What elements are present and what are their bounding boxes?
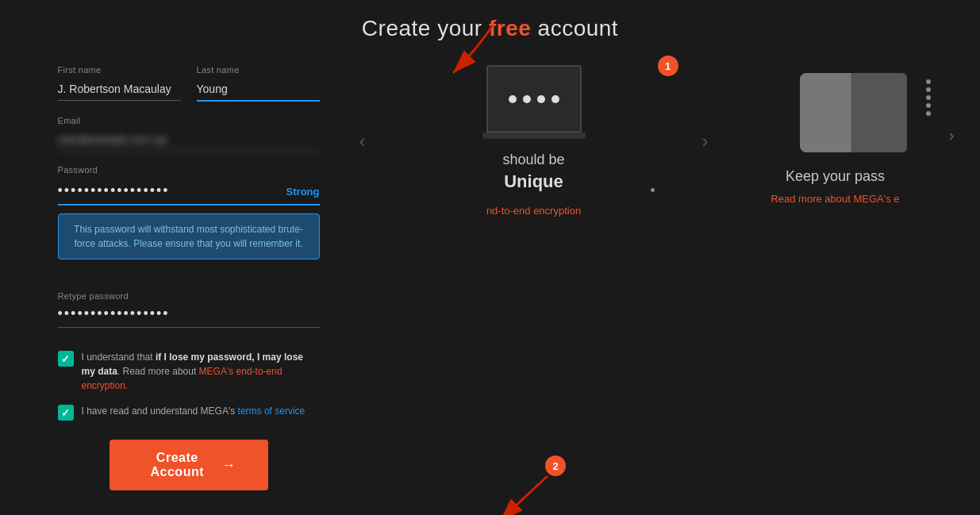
password-tip: This password will withstand most sophis… bbox=[58, 213, 320, 259]
carousel-link[interactable]: nd-to-end encryption bbox=[486, 205, 581, 217]
carousel-section: ‹ 1 bbox=[344, 65, 724, 217]
title-post: account bbox=[531, 16, 618, 40]
safe-dots bbox=[926, 79, 931, 116]
email-value[interactable]: user@example.com.xyz bbox=[58, 130, 320, 151]
retype-input[interactable] bbox=[58, 302, 320, 328]
pwd-dot-4 bbox=[551, 95, 559, 103]
last-name-group: Last name bbox=[197, 65, 320, 102]
retype-section: Retype password bbox=[58, 288, 320, 328]
strength-label: Strong bbox=[286, 186, 320, 198]
right-title: Keep your pass bbox=[786, 168, 885, 185]
carousel-main-text: Unique bbox=[504, 171, 563, 192]
checkbox-row-1: I understand that if I lose my password,… bbox=[58, 350, 320, 393]
checkbox-2[interactable] bbox=[58, 405, 74, 421]
retype-label: Retype password bbox=[58, 291, 129, 301]
name-row: First name Last name bbox=[58, 65, 320, 102]
decoration-dot bbox=[651, 188, 655, 192]
email-group: Email user@example.com.xyz bbox=[58, 116, 320, 151]
first-name-group: First name bbox=[58, 65, 181, 102]
slide-container: 1 bbox=[382, 65, 686, 152]
carousel-next[interactable]: › bbox=[694, 122, 717, 160]
email-label: Email bbox=[58, 116, 320, 125]
pwd-dot-2 bbox=[523, 95, 531, 103]
safe-door bbox=[851, 73, 907, 152]
right-link[interactable]: Read more about MEGA's e bbox=[771, 193, 899, 205]
safe-illustration bbox=[800, 73, 871, 152]
first-name-label: First name bbox=[58, 65, 181, 75]
checkbox-row-2: I have read and understand MEGA's terms … bbox=[58, 404, 320, 421]
password-group: Password Strong This password will withs… bbox=[58, 165, 320, 274]
checkbox-2-text: I have read and understand MEGA's terms … bbox=[82, 404, 306, 418]
safe-dot-3 bbox=[926, 95, 931, 100]
password-row: Strong bbox=[58, 179, 320, 206]
safe-shape bbox=[800, 73, 871, 152]
laptop-base bbox=[482, 133, 586, 139]
annotation-arrow-1 bbox=[429, 17, 525, 81]
carousel-subtitle: should be bbox=[502, 152, 564, 168]
safe-dot-5 bbox=[926, 111, 931, 116]
create-btn-label: Create Account bbox=[141, 451, 214, 479]
first-name-input[interactable] bbox=[58, 79, 181, 101]
safe-dot-4 bbox=[926, 103, 931, 108]
right-panel: Keep your pass Read more about MEGA's e … bbox=[724, 65, 947, 205]
pwd-dot-3 bbox=[537, 95, 545, 103]
password-input[interactable] bbox=[58, 179, 280, 204]
create-btn-arrow-icon: → bbox=[221, 457, 236, 474]
checkbox-1-text: I understand that if I lose my password,… bbox=[82, 350, 320, 393]
carousel-prev[interactable]: ‹ bbox=[352, 122, 374, 160]
checkbox-section: I understand that if I lose my password,… bbox=[58, 350, 320, 421]
main-content: First name Last name Email user@example.… bbox=[0, 65, 980, 515]
create-account-button[interactable]: Create Account → bbox=[110, 440, 268, 490]
carousel-content: 1 bbox=[374, 65, 694, 217]
checkbox-1[interactable] bbox=[58, 351, 74, 367]
registration-form: First name Last name Email user@example.… bbox=[34, 65, 344, 490]
center-layout: First name Last name Email user@example.… bbox=[0, 65, 980, 490]
password-label: Password bbox=[58, 165, 320, 175]
terms-link[interactable]: terms of service bbox=[238, 405, 306, 417]
annotation-badge-1: 1 bbox=[658, 56, 678, 76]
pwd-dot-1 bbox=[509, 95, 517, 103]
safe-dot-2 bbox=[926, 87, 931, 92]
safe-dot-1 bbox=[926, 79, 931, 84]
right-nav-arrow[interactable]: › bbox=[949, 126, 955, 144]
password-dots-display bbox=[509, 95, 559, 103]
last-name-label: Last name bbox=[197, 65, 320, 75]
last-name-input[interactable] bbox=[197, 79, 320, 102]
laptop-illustration: 1 bbox=[382, 65, 686, 139]
